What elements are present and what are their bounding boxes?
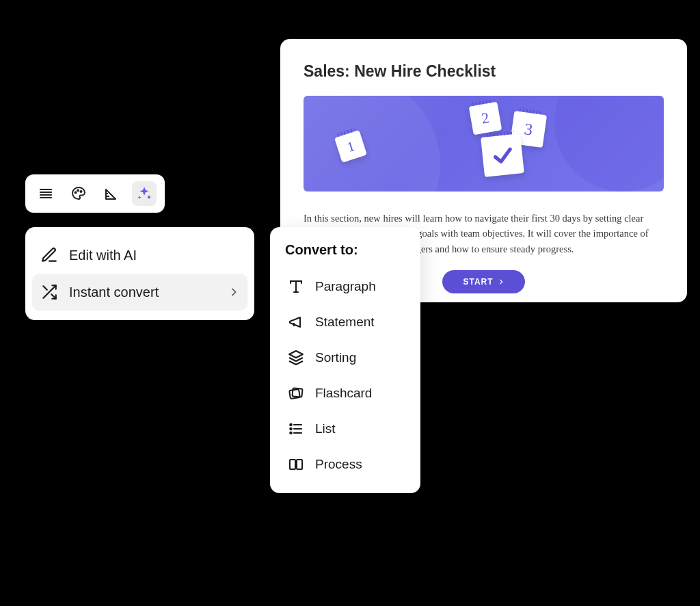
calendar-icon-2: 2 xyxy=(469,102,502,135)
convert-option-process[interactable]: Process xyxy=(285,447,407,482)
option-label: Paragraph xyxy=(315,279,376,294)
block-toolbar xyxy=(25,174,165,213)
edit-with-ai-item[interactable]: Edit with AI xyxy=(32,237,247,274)
shuffle-icon xyxy=(40,283,58,301)
option-label: Sorting xyxy=(315,350,356,365)
option-label: Process xyxy=(315,457,362,472)
svg-marker-14 xyxy=(289,351,303,358)
svg-line-11 xyxy=(43,286,46,289)
svg-point-6 xyxy=(81,191,82,192)
svg-point-5 xyxy=(77,190,79,192)
convert-panel-title: Convert to: xyxy=(285,242,407,258)
flashcard-icon xyxy=(288,385,304,401)
ruler-icon[interactable] xyxy=(99,181,124,206)
palette-icon[interactable] xyxy=(66,181,91,206)
svg-point-22 xyxy=(290,432,291,434)
process-icon xyxy=(288,456,304,473)
menu-item-label: Instant convert xyxy=(69,285,217,300)
calendar-check-icon xyxy=(481,133,524,177)
instant-convert-item[interactable]: Instant convert xyxy=(32,274,247,311)
convert-option-list[interactable]: List xyxy=(285,411,407,447)
list-icon xyxy=(288,421,304,437)
convert-panel: Convert to: Paragraph Statement Sorting … xyxy=(270,227,420,493)
convert-option-statement[interactable]: Statement xyxy=(285,304,407,340)
option-label: Statement xyxy=(315,315,375,330)
svg-point-21 xyxy=(290,428,291,430)
convert-option-flashcard[interactable]: Flashcard xyxy=(285,376,407,411)
chevron-right-icon xyxy=(498,278,504,285)
svg-point-4 xyxy=(75,192,77,194)
hero-image: 1 2 3 xyxy=(304,96,664,192)
svg-rect-23 xyxy=(290,460,295,469)
svg-rect-24 xyxy=(297,460,302,469)
convert-option-sorting[interactable]: Sorting xyxy=(285,340,407,376)
ai-sparkle-icon[interactable] xyxy=(132,181,157,206)
option-label: List xyxy=(315,421,336,436)
megaphone-icon xyxy=(288,314,304,330)
edit-icon xyxy=(40,246,58,264)
svg-point-20 xyxy=(290,424,291,425)
calendar-icon-1: 1 xyxy=(334,130,367,163)
document-title: Sales: New Hire Checklist xyxy=(304,62,664,81)
convert-option-paragraph[interactable]: Paragraph xyxy=(285,269,407,304)
option-label: Flashcard xyxy=(315,386,372,401)
align-icon[interactable] xyxy=(33,181,58,206)
menu-item-label: Edit with AI xyxy=(69,248,239,263)
ai-menu: Edit with AI Instant convert xyxy=(25,227,254,320)
start-button[interactable]: START xyxy=(442,270,524,293)
start-button-label: START xyxy=(463,277,493,287)
chevron-right-icon xyxy=(228,287,239,298)
layers-icon xyxy=(288,350,304,366)
paragraph-icon xyxy=(288,278,304,295)
